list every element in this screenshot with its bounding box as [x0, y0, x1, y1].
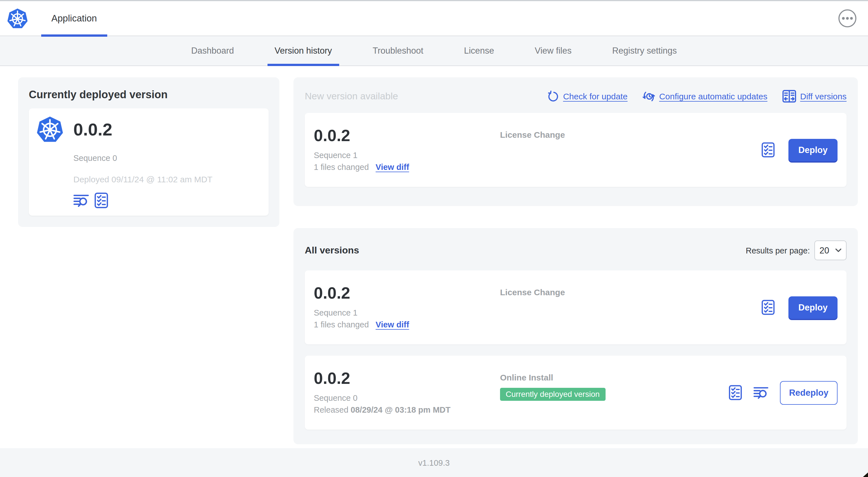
currently-deployed-badge: Currently deployed version — [500, 388, 605, 401]
results-per-page-select[interactable]: 20 — [814, 240, 846, 260]
configure-automatic-updates-link[interactable]: Configure automatic updates — [642, 90, 768, 103]
auto-update-clock-icon — [642, 90, 655, 103]
new-version-row: 0.0.2 Sequence 1 1 files changed View di… — [305, 113, 846, 187]
row-sequence: Sequence 0 — [314, 392, 500, 404]
right-column: New version available Check for update — [293, 77, 858, 444]
version-row-sequence-1: 0.0.2 Sequence 1 1 files changed View di… — [305, 270, 846, 344]
view-logs-icon[interactable] — [753, 386, 769, 399]
row-sequence: Sequence 1 — [314, 307, 500, 319]
check-for-update-link[interactable]: Check for update — [547, 90, 627, 102]
preflight-checks-icon[interactable] — [761, 300, 775, 315]
diff-versions-link[interactable]: Diff versions — [782, 90, 846, 103]
files-changed-label: 1 files changed — [314, 161, 369, 173]
deploy-button[interactable]: Deploy — [788, 296, 838, 319]
row-released-timestamp: Released 08/29/24 @ 03:18 pm MDT — [314, 404, 500, 416]
current-deployed-timestamp: Deployed 09/11/24 @ 11:02 am MDT — [73, 174, 261, 184]
row-version-number: 0.0.2 — [314, 369, 500, 388]
files-changed-label: 1 files changed — [314, 319, 369, 331]
app-tab-label: Application — [51, 13, 97, 24]
tab-dashboard[interactable]: Dashboard — [171, 36, 254, 65]
view-diff-link[interactable]: View diff — [376, 320, 409, 329]
preflight-checks-icon[interactable] — [761, 142, 775, 157]
tab-registry-settings[interactable]: Registry settings — [592, 36, 697, 65]
new-version-heading: New version available — [305, 91, 398, 102]
row-version-number: 0.0.2 — [314, 126, 500, 145]
current-version-number: 0.0.2 — [73, 119, 112, 140]
admin-console-version: v1.109.3 — [418, 458, 450, 467]
new-version-card: New version available Check for update — [293, 77, 858, 206]
current-sequence: Sequence 0 — [73, 153, 261, 162]
refresh-icon — [547, 90, 559, 102]
row-version-number: 0.0.2 — [314, 284, 500, 303]
kubernetes-app-icon — [36, 116, 64, 143]
page: Application Dashboard Version history Tr… — [0, 0, 868, 477]
preflight-checks-icon[interactable] — [94, 192, 108, 208]
redeploy-button[interactable]: Redeploy — [780, 381, 838, 405]
version-source-label: Online Install — [500, 372, 728, 382]
main-content: Currently deployed version — [0, 66, 868, 444]
version-row-sequence-0: 0.0.2 Sequence 0 Released 08/29/24 @ 03:… — [305, 356, 846, 429]
deploy-button[interactable]: Deploy — [788, 139, 838, 161]
version-source-label: License Change — [500, 287, 761, 297]
results-per-page-value: 20 — [819, 245, 829, 256]
chevron-down-icon — [835, 248, 841, 252]
all-versions-card: All versions Results per page: 20 0.0 — [293, 228, 858, 444]
tab-license[interactable]: License — [443, 36, 515, 65]
all-versions-title: All versions — [305, 245, 359, 256]
more-options-icon[interactable] — [838, 9, 857, 28]
row-sequence: Sequence 1 — [314, 150, 500, 161]
tab-view-files[interactable]: View files — [515, 36, 592, 65]
diff-icon — [782, 90, 796, 103]
tab-version-history[interactable]: Version history — [254, 36, 352, 65]
view-logs-icon[interactable] — [73, 193, 89, 207]
currently-deployed-card: Currently deployed version — [18, 77, 279, 227]
version-source-label: License Change — [500, 130, 761, 140]
preflight-checks-icon[interactable] — [728, 385, 742, 400]
app-nav: Dashboard Version history Troubleshoot L… — [0, 35, 868, 66]
app-tab[interactable]: Application — [41, 1, 107, 35]
tab-troubleshoot[interactable]: Troubleshoot — [352, 36, 443, 65]
kubernetes-logo-icon — [7, 8, 28, 29]
current-version-box: 0.0.2 Sequence 0 Deployed 09/11/24 @ 11:… — [29, 109, 269, 216]
top-bar: Application — [0, 0, 868, 35]
results-per-page-label: Results per page: — [746, 246, 810, 255]
footer: v1.109.3 — [0, 448, 868, 477]
view-diff-link[interactable]: View diff — [376, 162, 409, 172]
currently-deployed-title: Currently deployed version — [29, 89, 269, 101]
